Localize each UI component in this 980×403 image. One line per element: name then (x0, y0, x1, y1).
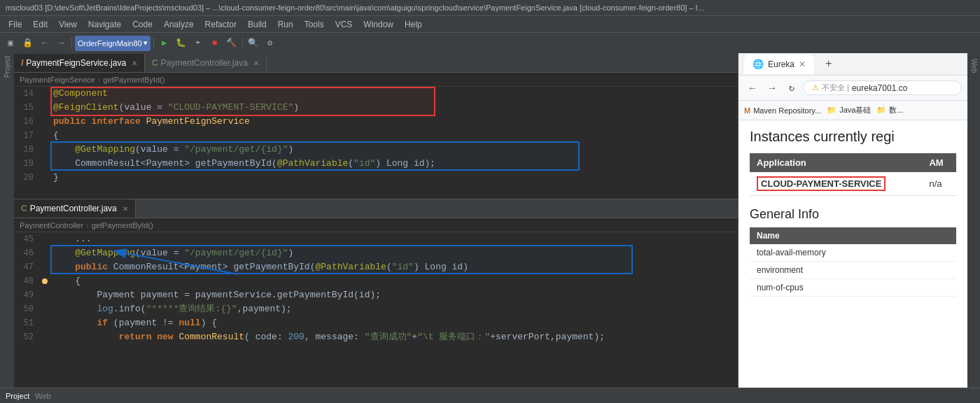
info-row-2: environment (750, 262, 956, 279)
general-info-title: General Info (750, 207, 956, 222)
browser-panel: 🌐 Eureka ✕ + ← → ↻ ⚠ 不安全 | eureka7001.co… (738, 53, 967, 388)
toolbar-coverage[interactable]: ☂ (190, 36, 206, 51)
tab-payment-controller[interactable]: C PaymentController.java ✕ (145, 54, 267, 72)
table-header-am: AM (922, 153, 956, 172)
toolbar-back[interactable]: ← (36, 36, 52, 51)
code-editor-1[interactable]: 14 @Component 15 @FeignClient(value = "C… (14, 87, 738, 199)
menu-window[interactable]: Window (358, 16, 399, 32)
run-config-dropdown[interactable]: OrderFeignMain80 ▾ (75, 36, 150, 51)
menu-build[interactable]: Build (242, 16, 272, 32)
toolbar-btn-search[interactable]: 🔍 (246, 36, 261, 51)
bookmark-other-label: 数... (889, 105, 903, 115)
code-line-47: 47 public CommonResult<Payment> getPayme… (14, 260, 738, 274)
browser-refresh-btn[interactable]: ↻ (783, 80, 800, 97)
gutter-19 (39, 157, 50, 171)
code-line-16: 16 public interface PaymentFeignService (14, 115, 738, 129)
bottom-tab-web[interactable]: Web (35, 392, 50, 400)
class-icon-1: C (152, 58, 158, 68)
address-box[interactable]: ⚠ 不安全 | eureka7001.co (803, 80, 962, 95)
browser-tab-close-icon[interactable]: ✕ (799, 59, 806, 69)
lc-18: @GetMapping(value = "/payment/get/{id}") (50, 143, 738, 157)
browser-content[interactable]: Instances currently regi Application AM … (738, 120, 967, 388)
gutter-20 (39, 171, 50, 185)
tab2-close-icon[interactable]: ✕ (253, 59, 259, 67)
browser-back-btn[interactable]: ← (744, 80, 761, 97)
browser-tab-eureka[interactable]: 🌐 Eureka ✕ (744, 55, 814, 74)
ln-45: 45 (14, 232, 39, 246)
toolbar: ▣ 🔒 ← → OrderFeignMain80 ▾ ▶ 🐛 ☂ ■ 🔨 🔍 ⚙ (0, 32, 980, 53)
toolbar-debug[interactable]: 🐛 (174, 36, 189, 51)
eureka-instances-title: Instances currently regi (750, 129, 956, 145)
ln-19: 19 (14, 157, 39, 171)
menu-tools[interactable]: Tools (299, 16, 330, 32)
menu-vcs[interactable]: VCS (330, 16, 358, 32)
tab1-close-icon[interactable]: ✕ (132, 59, 137, 67)
service-name-cell[interactable]: CLOUD-PAYMENT-SERVICE (750, 172, 922, 196)
info-cell-env: environment (750, 262, 956, 279)
toolbar-sep-3 (242, 37, 243, 50)
toolbar-settings[interactable]: ⚙ (262, 36, 278, 51)
code-line-19: 19 CommonResult<Payment> getPaymentById(… (14, 157, 738, 171)
menu-file[interactable]: File (3, 16, 27, 32)
bookmark-maven[interactable]: M Maven Repository... (744, 106, 821, 115)
tab3-close-icon[interactable]: ✕ (122, 205, 128, 213)
tab3-label: PaymentController.java (30, 204, 117, 213)
bookmarks-bar: M Maven Repository... 📁 Java基础 📁 数... (738, 101, 967, 120)
editor2-tabs: C PaymentController.java ✕ (14, 199, 738, 218)
bookmark-maven-icon: M (744, 106, 750, 115)
info-row-3: num-of-cpus (750, 279, 956, 297)
toolbar-stop[interactable]: ■ (207, 36, 223, 51)
ln-47: 47 (14, 260, 39, 274)
menu-analyze[interactable]: Analyze (158, 16, 200, 32)
menu-code[interactable]: Code (127, 16, 158, 32)
bottom-strip: Project Web (0, 388, 980, 403)
tab2-label: PaymentController.java (161, 58, 248, 68)
lock-icon: ⚠ (812, 83, 819, 92)
menu-navigate[interactable]: Navigate (83, 16, 127, 32)
web-label: Web (969, 56, 979, 76)
lc-50: log.info("*****查询结果:{}",payment); (50, 302, 738, 316)
gutter-52 (39, 330, 50, 344)
ln-17: 17 (14, 129, 39, 143)
lc-52: return new CommonResult( code: 200, mess… (50, 330, 738, 344)
browser-forward-btn[interactable]: → (764, 80, 780, 97)
toolbar-run[interactable]: ▶ (157, 36, 172, 51)
toolbar-forward[interactable]: → (53, 36, 69, 51)
ln-50: 50 (14, 302, 39, 316)
menu-help[interactable]: Help (399, 16, 428, 32)
browser-tab-label: Eureka (768, 59, 794, 69)
breadcrumb-sep: › (98, 76, 101, 84)
interface-icon: I (21, 58, 23, 68)
breadcrumb1-class: PaymentFeignService (20, 76, 95, 84)
code-line-50: 50 log.info("*****查询结果:{}",payment); (14, 302, 738, 316)
menu-refactor[interactable]: Refactor (200, 16, 242, 32)
tab-payment-feign-service[interactable]: I PaymentFeignService.java ✕ (14, 54, 145, 72)
toolbar-btn-1[interactable]: ▣ (3, 36, 18, 51)
ln-16: 16 (14, 115, 39, 129)
bottom-tab-project[interactable]: Project (6, 392, 29, 400)
bookmark-other[interactable]: 📁 数... (876, 105, 903, 115)
bookmark-java[interactable]: 📁 Java基础 (827, 105, 871, 115)
gutter-18 (39, 143, 50, 157)
toolbar-sep-2 (153, 37, 154, 50)
tab2-payment-controller[interactable]: C PaymentController.java ✕ (14, 199, 136, 218)
menu-edit[interactable]: Edit (27, 16, 53, 32)
menu-run[interactable]: Run (272, 16, 299, 32)
lc-15: @FeignClient(value = "CLOUD-PAYMENT-SERV… (50, 101, 738, 115)
menu-view[interactable]: View (53, 16, 83, 32)
table-header-application: Application (750, 153, 922, 172)
browser-titlebar: 🌐 Eureka ✕ + (738, 53, 967, 76)
lc-51: if (payment != null) { (50, 316, 738, 330)
browser-tab-favicon: 🌐 (752, 59, 764, 69)
bookmark-java-label: Java基础 (839, 105, 871, 115)
lc-20: } (50, 171, 738, 185)
editor-section: I PaymentFeignService.java ✕ C PaymentCo… (14, 53, 738, 388)
toolbar-build-project[interactable]: 🔨 (224, 36, 239, 51)
lc-49: Payment payment = paymentService.getPaym… (50, 288, 738, 302)
address-text: eureka7001.co (852, 83, 907, 93)
menu-bar: File Edit View Navigate Code Analyze Ref… (0, 15, 980, 32)
service-am-cell: n/a (922, 172, 956, 196)
toolbar-btn-2[interactable]: 🔒 (20, 36, 35, 51)
browser-new-tab-icon[interactable]: + (820, 58, 838, 71)
code-editor-2[interactable]: 45 ... 46 @GetMapping(value = "/payment/… (14, 232, 738, 388)
